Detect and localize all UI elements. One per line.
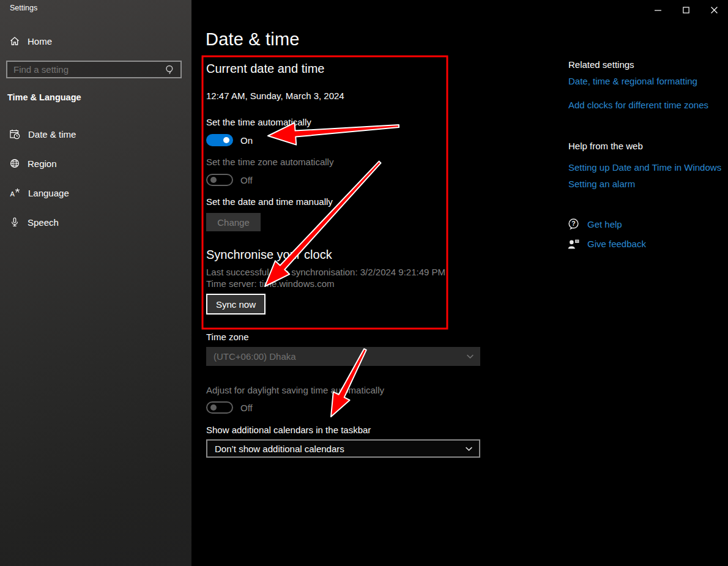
time-zone-value: (UTC+06:00) Dhaka (214, 351, 296, 362)
sidebar-item-language[interactable]: A Language (10, 185, 69, 200)
set-tz-auto-state: Off (240, 175, 253, 185)
help-from-web-title: Help from the web (568, 141, 643, 151)
chevron-down-icon (466, 352, 474, 360)
related-settings-title: Related settings (568, 59, 634, 70)
close-icon (711, 7, 718, 13)
get-help-row[interactable]: ? Get help (567, 218, 622, 231)
get-help-link[interactable]: Get help (587, 219, 622, 229)
sync-section-title: Synchronise your clock (206, 248, 332, 262)
time-server-text: Time server: time.windows.com (206, 278, 335, 289)
link-setting-an-alarm[interactable]: Setting an alarm (568, 179, 635, 189)
svg-text:A: A (10, 190, 15, 198)
sidebar-item-home[interactable]: Home (10, 34, 52, 48)
calendars-value: Don’t show additional calendars (215, 444, 344, 454)
calendar-clock-icon (10, 129, 20, 140)
set-tz-auto-label: Set the time zone automatically (206, 157, 333, 167)
time-zone-dropdown[interactable]: (UTC+06:00) Dhaka (206, 347, 480, 366)
search-box[interactable] (6, 61, 182, 78)
set-time-auto-toggle[interactable] (206, 134, 233, 146)
maximize-button[interactable] (672, 0, 700, 20)
set-time-auto-label: Set the time automatically (206, 117, 311, 127)
current-datetime: 12:47 AM, Sunday, March 3, 2024 (206, 91, 344, 101)
link-add-clocks[interactable]: Add clocks for different time zones (568, 100, 708, 110)
home-icon (10, 36, 20, 46)
toggle-knob (210, 404, 217, 411)
sidebar-item-label: Home (28, 36, 52, 47)
toggle-knob (223, 137, 229, 143)
last-sync-text: Last successful time synchronisation: 3/… (206, 267, 445, 277)
current-section-title: Current date and time (206, 62, 324, 76)
get-help-icon: ? (567, 218, 580, 231)
sync-now-button[interactable]: Sync now (206, 294, 266, 315)
set-manual-label: Set the date and time manually (206, 196, 333, 207)
dst-state: Off (240, 403, 253, 413)
dst-label: Adjust for daylight saving time automati… (206, 385, 384, 395)
window-title: Settings (10, 4, 37, 12)
sidebar-item-label: Speech (28, 217, 59, 228)
search-icon[interactable] (165, 64, 176, 75)
svg-text:?: ? (571, 220, 575, 227)
change-button[interactable]: Change (206, 213, 261, 231)
link-regional-formatting[interactable]: Date, time & regional formatting (568, 76, 697, 86)
sidebar-item-label: Language (28, 188, 69, 198)
page-title: Date & time (206, 29, 300, 50)
close-button[interactable] (700, 0, 728, 20)
sidebar-group-label: Time & Language (7, 92, 81, 102)
calendars-label: Show additional calendars in the taskbar (206, 425, 371, 435)
minimize-button[interactable] (644, 0, 672, 20)
maximize-icon (683, 7, 689, 13)
link-setting-up-date-time[interactable]: Setting up Date and Time in Windows (568, 162, 721, 173)
sidebar: Settings Home Time & Language Date & tim… (0, 0, 191, 566)
sidebar-item-speech[interactable]: Speech (10, 215, 59, 229)
sidebar-item-region[interactable]: Region (10, 156, 57, 171)
dst-toggle[interactable] (206, 401, 233, 414)
search-input[interactable] (7, 64, 165, 75)
give-feedback-link[interactable]: Give feedback (587, 239, 646, 249)
toggle-knob (210, 177, 217, 183)
language-icon: A (10, 188, 20, 198)
chevron-down-icon (465, 445, 473, 453)
set-tz-auto-toggle[interactable] (206, 174, 233, 186)
give-feedback-row[interactable]: Give feedback (567, 237, 646, 250)
microphone-icon (10, 217, 20, 227)
time-zone-label: Time zone (206, 332, 248, 342)
globe-icon (10, 158, 20, 168)
sidebar-item-date-time[interactable]: Date & time (10, 127, 76, 141)
main-content: Date & time Current date and time 12:47 … (191, 0, 728, 566)
sidebar-item-label: Date & time (28, 129, 76, 140)
calendars-dropdown[interactable]: Don’t show additional calendars (206, 439, 480, 458)
sidebar-item-label: Region (28, 158, 57, 169)
set-time-auto-state: On (240, 135, 253, 146)
give-feedback-icon (567, 237, 580, 250)
minimize-icon (655, 7, 661, 13)
